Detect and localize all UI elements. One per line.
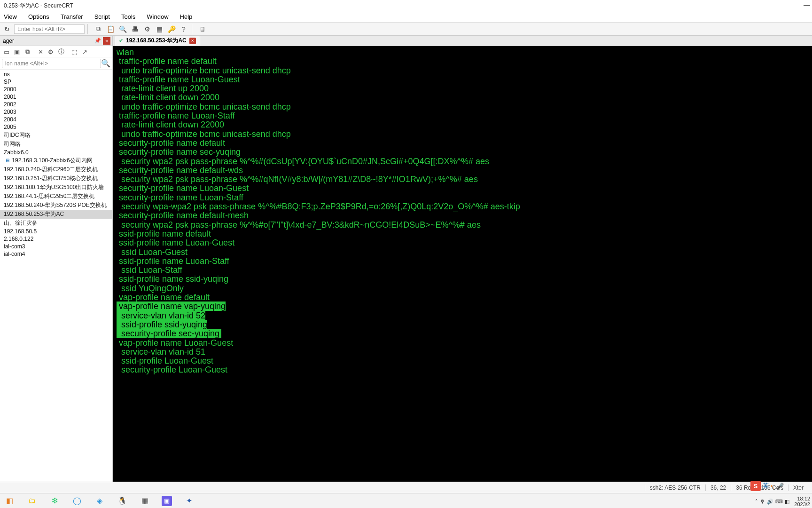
session-tree-item[interactable]: ial-com3 (0, 243, 112, 250)
app2-icon[interactable]: ▦ (139, 495, 150, 507)
filter-input[interactable] (2, 59, 101, 68)
menu-script[interactable]: Script (94, 13, 110, 20)
app3-icon[interactable]: ▣ (162, 496, 172, 506)
print-icon[interactable]: 🖶 (130, 24, 140, 34)
browser-icon[interactable]: ◯ (71, 495, 83, 507)
session-tree-item[interactable]: 司网络 (0, 140, 112, 149)
tray-sound-icon[interactable]: 🔊 (767, 499, 773, 505)
session-tree-item[interactable]: 2000 (0, 86, 112, 93)
session-tree-item[interactable]: 192.168.44.1-思科C2950二层交换机 (0, 192, 112, 201)
menu-tools[interactable]: Tools (121, 13, 135, 20)
tab-title: 192.168.50.253-华为AC (126, 37, 187, 45)
session-tree-item[interactable]: ns (0, 71, 112, 78)
explorer-icon[interactable]: 🗂 (26, 495, 38, 507)
app-icon[interactable]: ◈ (94, 495, 105, 507)
window-minimize[interactable]: — (804, 1, 810, 8)
taskbar: ◧ 🗂 ❇ ◯ ◈ 🐧 ▦ ▣ ✦ ˄ 🎙 🔊 ⌨ ◧ 18:12 2023/2 (0, 493, 812, 508)
export-icon[interactable]: ↗ (80, 47, 89, 56)
sidebar-title: ager (3, 38, 14, 44)
session-tree-item[interactable]: ial-com4 (0, 250, 112, 258)
start-icon[interactable]: ◧ (4, 495, 15, 507)
status-bar: ssh2: AES-256-CTR 36, 22 36 Rows, 106 Co… (0, 482, 812, 493)
titlebar: 0.253-华为AC - SecureCRT — (0, 0, 812, 11)
session-tree-item[interactable]: 192.168.100.1华为USG5100出口防火墙 (0, 183, 112, 192)
session-icon[interactable]: 🖥 (197, 24, 208, 34)
session-tree-item[interactable]: 192.168.0.240-思科C2960二层交换机 (0, 165, 112, 174)
ime-mode[interactable]: 英 (763, 482, 769, 490)
tab-session[interactable]: ✔ 192.168.50.253-华为AC × (115, 35, 200, 46)
session-tree-item[interactable]: 2003 (0, 108, 112, 116)
menu-options[interactable]: Options (28, 13, 49, 20)
import-icon[interactable]: ⬚ (70, 47, 79, 56)
session-tree-item[interactable]: 2002 (0, 101, 112, 108)
new-folder-icon[interactable]: ▣ (12, 47, 22, 56)
gear-icon[interactable]: ⚙ (46, 47, 55, 56)
tray-up-icon[interactable]: ˄ (755, 499, 758, 505)
toolbar: ↻ ⧉ 📋 🔍 🖶 ⚙ ▦ 🔑 ? 🖥 (0, 23, 812, 36)
ime-punct-icon[interactable]: •, (771, 483, 774, 490)
sidebar-filter: 🔍 (0, 57, 112, 70)
reconnect-icon[interactable]: ↻ (2, 24, 12, 34)
properties-icon[interactable]: ▦ (154, 24, 164, 34)
session-tree-item[interactable]: 🖥 192.168.3.100-Zabbix6公司内网 (0, 156, 112, 165)
settings-icon[interactable]: ⚙ (142, 24, 152, 34)
key-icon[interactable]: 🔑 (166, 24, 177, 34)
paste-icon[interactable]: 📋 (105, 24, 116, 34)
copy-icon[interactable]: ⧉ (93, 24, 103, 34)
qq-icon[interactable]: 🐧 (117, 495, 128, 507)
sogou-icon[interactable]: S (750, 481, 761, 491)
window-title: 0.253-华为AC - SecureCRT (4, 2, 73, 10)
status-cursor: 36, 22 (705, 484, 731, 491)
clock[interactable]: 18:12 2023/2 (794, 496, 810, 507)
session-tree-item[interactable]: 192.168.50.240-华为S5720S POE交换机 (0, 201, 112, 210)
session-tree-item[interactable]: 192.168.0.251-思科C3750核心交换机 (0, 174, 112, 183)
toolbar-separator (87, 24, 90, 34)
session-tree-item[interactable]: 2001 (0, 93, 112, 101)
find-icon[interactable]: 🔍 (117, 24, 128, 34)
session-tree-item[interactable]: 2.168.0.122 (0, 235, 112, 243)
session-tree[interactable]: nsSP200020012002200320042005司IDC网络司网络Zab… (0, 70, 112, 482)
session-tree-item[interactable]: Zabbix6.0 (0, 149, 112, 156)
pin-icon[interactable]: 📌 (94, 38, 101, 44)
session-tree-item[interactable]: 山、徐汇灾备 (0, 219, 112, 228)
close-tab-icon[interactable]: × (189, 38, 196, 44)
connected-icon: ✔ (119, 38, 123, 44)
wechat-icon[interactable]: ❇ (49, 495, 60, 507)
session-tree-item[interactable]: 192.168.50.5 (0, 228, 112, 235)
new-session-icon[interactable]: ▭ (2, 47, 11, 56)
host-input[interactable] (14, 24, 85, 34)
session-tree-item[interactable]: 192.168.50.253-华为AC (0, 210, 112, 219)
menu-window[interactable]: Window (147, 13, 168, 20)
search-icon[interactable]: ⓘ (56, 47, 66, 56)
menu-transfer[interactable]: Transfer (61, 13, 83, 20)
visio-icon[interactable]: ✦ (183, 495, 195, 507)
ime-toolbar[interactable]: S 英 •, 🎤 (750, 481, 784, 491)
session-tree-item[interactable]: 2004 (0, 116, 112, 123)
sidebar-header: ager 📌 × (0, 36, 112, 46)
tab-bar: ✔ 192.168.50.253-华为AC × (113, 36, 812, 46)
toolbar-separator (192, 24, 195, 34)
menu-help[interactable]: Help (180, 13, 193, 20)
session-manager: ager 📌 × ▭ ▣ ⧉ ✕ ⚙ ⓘ ⬚ ↗ 🔍 nsSP200020012… (0, 36, 113, 482)
terminal[interactable]: wlan traffic-profile name default undo t… (113, 46, 812, 482)
search-icon[interactable]: 🔍 (101, 59, 110, 68)
tray-icon[interactable]: ◧ (785, 499, 789, 505)
status-term: Xter (788, 484, 808, 491)
tray-mic-icon[interactable]: 🎙 (760, 499, 765, 504)
session-tree-item[interactable]: 司IDC网络 (0, 131, 112, 140)
help-icon[interactable]: ? (179, 24, 189, 34)
status-protocol: ssh2: AES-256-CTR (645, 484, 705, 491)
menu-view[interactable]: View (4, 13, 17, 20)
ime-voice-icon[interactable]: 🎤 (776, 483, 784, 490)
tray-net-icon[interactable]: ⌨ (775, 499, 783, 505)
session-tree-item[interactable]: SP (0, 78, 112, 86)
sidebar-toolbar: ▭ ▣ ⧉ ✕ ⚙ ⓘ ⬚ ↗ (0, 46, 112, 57)
close-icon[interactable]: × (103, 37, 110, 45)
delete-icon[interactable]: ✕ (36, 47, 45, 56)
menubar: View Options Transfer Script Tools Windo… (0, 11, 812, 23)
copy-session-icon[interactable]: ⧉ (23, 47, 32, 56)
session-tree-item[interactable]: 2005 (0, 123, 112, 131)
terminal-area: ✔ 192.168.50.253-华为AC × wlan traffic-pro… (113, 36, 812, 482)
